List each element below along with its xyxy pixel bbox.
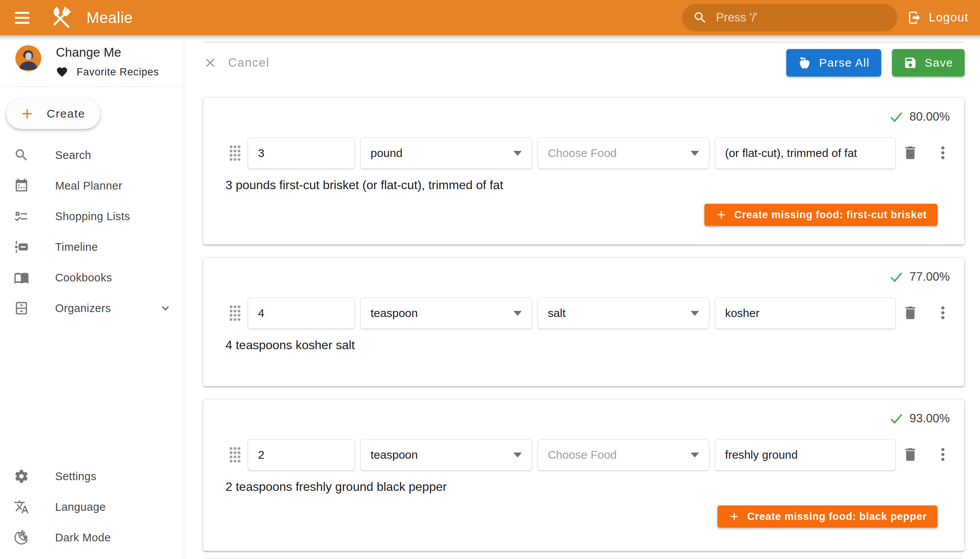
kebab-menu-icon [934, 144, 951, 161]
chevron-down-icon [159, 301, 172, 315]
food-select[interactable]: salt [537, 298, 709, 329]
ingredient-menu-button[interactable] [934, 304, 952, 322]
ingredient-card-3: 93.00% teaspoon Choose Food 2 teaspoons … [203, 399, 965, 551]
calendar-icon [14, 178, 29, 194]
confidence-badge: 93.00% [212, 408, 955, 426]
check-icon [889, 411, 904, 426]
original-ingredient-text: 3 pounds first-cut brisket (or flat-cut)… [225, 178, 955, 192]
ingredient-menu-button[interactable] [934, 144, 952, 162]
create-button[interactable]: Create [6, 98, 100, 129]
unit-select[interactable]: teaspoon [360, 439, 532, 471]
main-content: Cancel Parse All Save 80.00% pound Choos… [184, 35, 980, 559]
food-value: salt [548, 307, 566, 320]
sidebar-item-cookbooks[interactable]: Cookbooks [0, 262, 184, 293]
user-block[interactable]: Change Me Favorite Recipes [0, 35, 184, 86]
kebab-menu-icon [934, 304, 951, 321]
logout-icon [907, 10, 922, 25]
quantity-input[interactable] [248, 137, 355, 169]
save-button[interactable]: Save [892, 49, 965, 76]
ingredient-card-1: 80.00% pound Choose Food 3 pounds first-… [203, 97, 965, 245]
logout-button[interactable]: Logout [907, 4, 968, 31]
check-icon [889, 109, 904, 124]
create-missing-food-button[interactable]: Create missing food: first-cut brisket [704, 204, 937, 226]
file-cabinet-icon [14, 301, 29, 316]
sheet-top-edge [203, 42, 965, 43]
translate-icon [14, 499, 29, 514]
cancel-button[interactable]: Cancel [203, 56, 270, 70]
apple-icon [798, 56, 811, 70]
dropdown-arrow-icon [691, 311, 699, 316]
drag-handle-icon[interactable] [228, 445, 242, 465]
food-placeholder: Choose Food [548, 147, 617, 160]
mealie-logo-icon [49, 5, 73, 30]
dropdown-arrow-icon [513, 453, 522, 458]
unit-value: pound [370, 147, 402, 160]
food-placeholder: Choose Food [548, 448, 617, 461]
trash-icon [902, 304, 919, 321]
search-icon [693, 10, 707, 25]
user-name: Change Me [56, 45, 159, 60]
sidebar: Change Me Favorite Recipes Create Search… [0, 35, 184, 559]
dropdown-arrow-icon [691, 151, 699, 156]
create-missing-food-button[interactable]: Create missing food: black pepper [717, 505, 937, 528]
sidebar-item-language[interactable]: Language [0, 491, 184, 522]
sidebar-divider [0, 86, 184, 87]
sidebar-item-meal-planner[interactable]: Meal Planner [0, 170, 184, 201]
sidebar-item-settings[interactable]: Settings [0, 461, 184, 491]
confidence-value: 77.00% [910, 270, 950, 284]
close-icon [203, 56, 217, 70]
original-ingredient-text: 4 teaspoons kosher salt [225, 338, 955, 352]
dropdown-arrow-icon [691, 453, 699, 458]
plus-icon [715, 209, 727, 221]
sidebar-item-search[interactable]: Search [0, 140, 184, 170]
ingredient-menu-button[interactable] [934, 446, 952, 464]
global-search-input[interactable]: Press '/' [682, 4, 897, 31]
original-ingredient-text: 2 teaspoons freshly ground black pepper [225, 480, 955, 494]
book-open-icon [14, 270, 29, 285]
trash-icon [902, 446, 919, 463]
unit-value: teaspoon [370, 448, 418, 461]
sidebar-item-shopping-lists[interactable]: Shopping Lists [0, 201, 184, 232]
note-input[interactable] [715, 137, 896, 169]
unit-select[interactable]: pound [360, 137, 532, 169]
delete-ingredient-button[interactable] [901, 144, 919, 162]
food-select[interactable]: Choose Food [537, 137, 709, 169]
list-checks-icon [14, 209, 29, 224]
sidebar-item-organizers[interactable]: Organizers [0, 293, 184, 324]
avatar[interactable] [15, 45, 41, 71]
search-placeholder: Press '/' [716, 11, 757, 25]
plus-icon [19, 106, 35, 122]
drag-handle-icon[interactable] [228, 304, 242, 323]
unit-select[interactable]: teaspoon [360, 298, 532, 329]
gear-icon [14, 469, 29, 484]
dropdown-arrow-icon [513, 311, 522, 316]
kebab-menu-icon [934, 446, 951, 463]
unit-value: teaspoon [370, 307, 418, 320]
delete-ingredient-button[interactable] [901, 446, 919, 464]
food-select[interactable]: Choose Food [537, 439, 709, 471]
plus-icon [728, 510, 740, 523]
sidebar-menu: Search Meal Planner Shopping Lists Timel… [0, 140, 184, 324]
favorite-recipes-link[interactable]: Favorite Recipes [56, 66, 159, 78]
save-icon [904, 56, 917, 70]
timeline-icon [14, 239, 29, 255]
confidence-value: 93.00% [910, 412, 950, 425]
hamburger-menu-button[interactable] [11, 6, 34, 29]
parser-toolbar: Cancel Parse All Save [203, 49, 965, 76]
drag-handle-icon[interactable] [228, 144, 242, 163]
ingredient-card-2: 77.00% teaspoon salt 4 teaspoons kosher … [203, 257, 965, 386]
quantity-input[interactable] [248, 298, 355, 329]
confidence-badge: 80.00% [212, 107, 955, 124]
moon-icon [14, 530, 29, 545]
magnify-icon [14, 147, 29, 163]
quantity-input[interactable] [248, 439, 355, 471]
delete-ingredient-button[interactable] [901, 304, 919, 322]
confidence-badge: 77.00% [212, 267, 955, 284]
sidebar-item-timeline[interactable]: Timeline [0, 232, 184, 262]
heart-icon [56, 66, 68, 78]
parse-all-button[interactable]: Parse All [786, 49, 881, 76]
app-title: Mealie [86, 9, 133, 26]
note-input[interactable] [715, 298, 896, 329]
note-input[interactable] [715, 439, 896, 471]
sidebar-item-dark-mode[interactable]: Dark Mode [0, 522, 184, 553]
